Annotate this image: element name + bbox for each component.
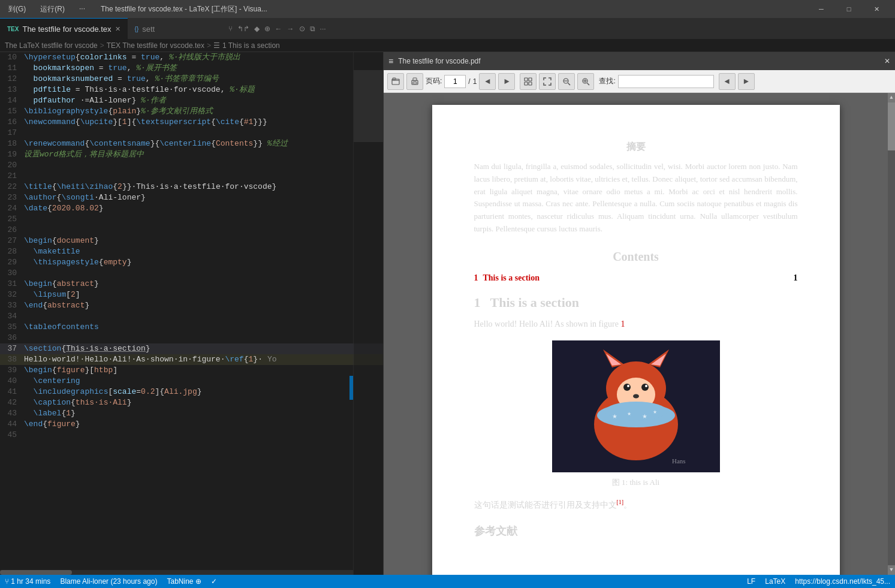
minimap[interactable] xyxy=(353,52,383,575)
pdf-body-text: Hello world! Hello Ali! As shown in figu… xyxy=(474,318,798,331)
tab-latex[interactable]: TEX The testfile for vscode.tex ✕ xyxy=(0,18,128,39)
table-row: 45 xyxy=(0,430,383,441)
close-button[interactable]: ✕ xyxy=(863,0,890,18)
table-row: 33 \end{abstract} xyxy=(0,300,383,311)
editor-window-title: The testfile for vscode.tex - LaTeX [工作区… xyxy=(101,4,267,14)
pdf-chinese-text: 这句话是测试能否进行引用及支持中文[1]。 xyxy=(474,497,798,512)
pdf-page-label: 页码: xyxy=(426,76,442,86)
pdf-scrollbar[interactable]: ▲ ▼ xyxy=(888,93,895,575)
menu-goto[interactable]: 到(G) xyxy=(5,3,29,16)
pdf-section-title: 1 This is a section xyxy=(474,295,798,310)
minimap-selection xyxy=(349,376,353,400)
pdf-fit-button[interactable] xyxy=(539,73,556,90)
maximize-button[interactable]: □ xyxy=(835,0,863,18)
tab-settings[interactable]: {} sett xyxy=(128,18,224,39)
window-controls: ─ □ ✕ xyxy=(807,0,890,18)
tab-extra-diamond[interactable]: ◆ xyxy=(254,25,260,33)
status-lf[interactable]: LF xyxy=(747,577,755,586)
pdf-scroll-thumb[interactable] xyxy=(888,102,895,150)
pdf-page-separator: / xyxy=(468,77,470,86)
pdf-scroll-up[interactable]: ▲ xyxy=(888,93,895,102)
table-row: 36 xyxy=(0,333,383,343)
pdf-print-button[interactable] xyxy=(406,73,423,90)
tab-extra-nav[interactable]: ⊙ xyxy=(299,25,305,33)
tab-latex-label: The testfile for vscode.tex xyxy=(22,25,111,34)
latex-file-icon: TEX xyxy=(7,26,19,32)
svg-rect-4 xyxy=(413,82,417,84)
tab-extra-back[interactable]: ← xyxy=(275,25,282,33)
status-latex[interactable]: LaTeX xyxy=(765,577,785,586)
pdf-toolbar: 页码: / 1 ◄ ► 查找: ◄ ► xyxy=(384,70,895,93)
breadcrumb-section[interactable]: 1 This is a section xyxy=(222,41,280,50)
breadcrumb-section-icon[interactable]: ☰ xyxy=(213,41,220,50)
table-row: 27 \begin{document} xyxy=(0,236,383,246)
tab-extra-forward[interactable]: → xyxy=(287,25,294,33)
tab-extra-search[interactable]: ⊕ xyxy=(264,25,270,33)
svg-line-11 xyxy=(568,83,571,85)
pdf-prev-page-button[interactable]: ◄ xyxy=(479,73,496,90)
table-row: 13 pdftitle = This·is·a·testfile·for·vsc… xyxy=(0,85,383,95)
table-row: 29 \thispagestyle{empty} xyxy=(0,257,383,268)
svg-rect-7 xyxy=(525,82,528,85)
scrollbar-thumb[interactable] xyxy=(0,570,72,575)
pdf-find-label: 查找: xyxy=(599,76,615,86)
table-row: 31 \begin{abstract} xyxy=(0,279,383,290)
pdf-toc-entry: 1 This is a section 1 xyxy=(474,273,798,283)
git-icon[interactable]: ⑂ xyxy=(228,25,233,33)
pdf-scroll-track[interactable] xyxy=(888,102,895,565)
pdf-sync-button[interactable] xyxy=(520,73,537,90)
breadcrumb-file[interactable]: TEX The testfile for vscode.tex xyxy=(107,41,204,50)
horizontal-scrollbar[interactable] xyxy=(0,570,353,575)
pdf-page-input-field[interactable] xyxy=(444,75,466,88)
pdf-next-page-button[interactable]: ► xyxy=(498,73,515,90)
pdf-close-button[interactable]: ✕ xyxy=(884,57,890,65)
pdf-window-title: The testfile for vscode.pdf xyxy=(398,57,480,65)
breadcrumb-root[interactable]: The LaTeX testfile for vscode xyxy=(5,41,98,50)
tab-latex-close[interactable]: ✕ xyxy=(115,25,120,33)
table-row: 34 xyxy=(0,311,383,322)
pdf-toc-title: This is a section xyxy=(483,273,794,283)
breadcrumb: The LaTeX testfile for vscode > TEX The … xyxy=(0,39,895,52)
svg-text:★: ★ xyxy=(612,413,617,420)
menu-more[interactable]: ··· xyxy=(76,3,89,16)
pdf-page-total: 1 xyxy=(473,77,477,86)
status-blame[interactable]: Blame Ali-loner (23 hours ago) xyxy=(60,577,157,586)
pdf-find-next[interactable]: ► xyxy=(738,73,755,90)
pdf-content-scroll[interactable]: 摘要 Nam dui ligula, fringilla a, euismod … xyxy=(384,93,888,575)
svg-line-15 xyxy=(587,83,590,85)
pdf-figure-ref-link[interactable]: 1 xyxy=(620,319,625,328)
pdf-find-input[interactable] xyxy=(618,75,714,88)
status-git[interactable]: ⑂ 1 hr 34 mins xyxy=(5,577,50,586)
table-row: 12 bookmarksnumbered = true, %·书签带章节编号 xyxy=(0,74,383,85)
tab-settings-label: sett xyxy=(142,25,155,34)
breadcrumb-sep1: > xyxy=(100,41,104,50)
minimap-thumb[interactable] xyxy=(354,70,383,142)
status-check[interactable]: ✓ xyxy=(211,577,217,586)
code-lines: 10 \hypersetup{colorlinks = true, %·衬线版大… xyxy=(0,52,383,441)
pdf-chinese-content: 这句话是测试能否进行引用及支持中文 xyxy=(474,500,617,509)
tab-extra-arrows[interactable]: ↰↱ xyxy=(237,25,249,33)
svg-text:★: ★ xyxy=(642,413,647,420)
pdf-find-prev[interactable]: ◄ xyxy=(719,73,736,90)
status-url[interactable]: https://blog.csdn.net/lkts_45... xyxy=(795,577,890,586)
pdf-zoom-in-button[interactable] xyxy=(577,73,594,90)
table-row: 26 xyxy=(0,225,383,236)
svg-point-27 xyxy=(645,385,647,387)
menu-run[interactable]: 运行(R) xyxy=(37,3,68,16)
pdf-zoom-out-button[interactable] xyxy=(558,73,575,90)
table-row: 23 \author{\songti·Ali-loner} xyxy=(0,192,383,203)
table-row: 37 \section{This·is·a·section} xyxy=(0,343,383,354)
minimize-button[interactable]: ─ xyxy=(807,0,835,18)
tab-extra-more[interactable]: ··· xyxy=(320,25,326,33)
status-tabnine[interactable]: TabNine ⊕ xyxy=(167,577,201,586)
pdf-scroll-down[interactable]: ▼ xyxy=(888,565,895,575)
pdf-toc-num: 1 xyxy=(474,273,478,283)
tab-extra-split[interactable]: ⧉ xyxy=(310,25,315,33)
pdf-figure-caption: 图 1: this is Ali xyxy=(612,477,659,488)
pdf-abstract-title: 摘要 xyxy=(474,141,798,153)
table-row: 17 xyxy=(0,128,383,138)
pdf-open-button[interactable] xyxy=(387,73,404,90)
pdf-menu-icon[interactable]: ≡ xyxy=(388,56,393,66)
pdf-viewer: ≡ The testfile for vscode.pdf ✕ 页码: / 1 … xyxy=(384,52,895,575)
code-content[interactable]: 10 \hypersetup{colorlinks = true, %·衬线版大… xyxy=(0,52,383,575)
